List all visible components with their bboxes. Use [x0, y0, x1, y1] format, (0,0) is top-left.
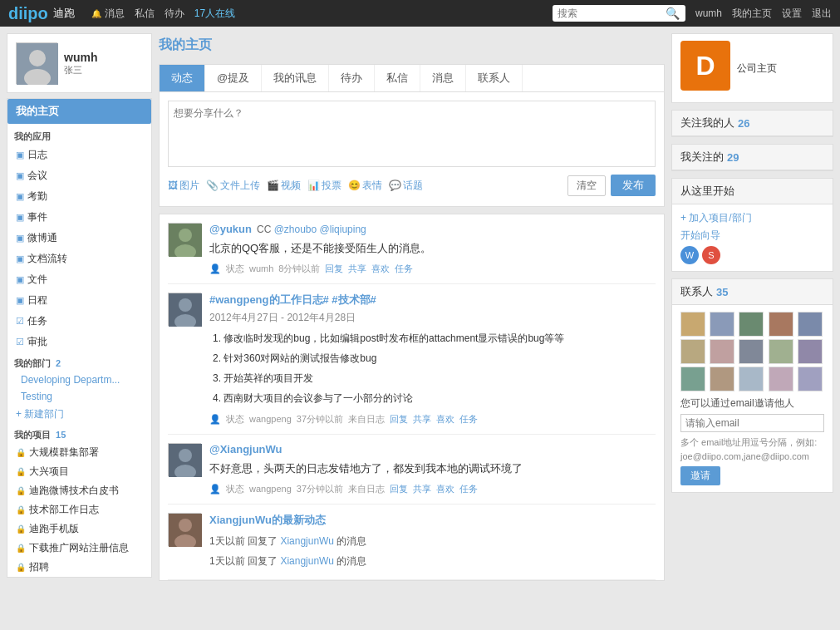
sidebar-item-approval[interactable]: ☑ 审批 — [7, 332, 151, 352]
feed-like-2[interactable]: 喜欢 — [436, 413, 454, 426]
tool-video[interactable]: 🎬 视频 — [267, 179, 301, 193]
sidebar-item-schedule[interactable]: ▣ 日程 — [7, 290, 151, 311]
dept-item-testing[interactable]: Testing — [7, 388, 151, 405]
feed-reply-1[interactable]: 回复 — [325, 263, 343, 275]
nav-settings[interactable]: 设置 — [782, 7, 802, 21]
activity-item-2: 1天以前 回复了 XiangjunWu 的消息 — [209, 551, 656, 571]
feed-daterange-2: 2012年4月27日 - 2012年4月28日 — [209, 311, 656, 325]
contacts-header[interactable]: 联系人 35 — [672, 279, 833, 305]
feed-task-2[interactable]: 任务 — [459, 413, 478, 426]
tab-privatemsg[interactable]: 私信 — [375, 65, 420, 91]
nav-online-count[interactable]: 17人在线 — [194, 7, 235, 21]
project-item-recruit[interactable]: 🔒 招聘 — [7, 558, 151, 577]
sidebar-item-meeting[interactable]: ▣ 会议 — [7, 165, 151, 186]
weibo-connect-icon[interactable]: W — [680, 246, 699, 264]
nav-username[interactable]: wumh — [695, 7, 722, 19]
project-item-download[interactable]: 🔒 下载推广网站注册信息 — [7, 539, 151, 558]
project-item-mobile[interactable]: 🔒 迪跑手机版 — [7, 519, 151, 539]
sidebar-item-event[interactable]: ▣ 事件 — [7, 207, 151, 228]
feed-like-3[interactable]: 喜欢 — [436, 483, 454, 495]
contact-avatar[interactable] — [680, 312, 705, 337]
list-item: 2. 针对360对网站的测试报告修改bug — [213, 348, 656, 368]
nav-my-homepage[interactable]: 我的主页 — [732, 7, 772, 21]
tool-vote[interactable]: 📊 投票 — [307, 179, 341, 193]
nav-todo[interactable]: 待办 — [165, 7, 184, 21]
start-guide-link[interactable]: 开始向导 — [680, 229, 720, 241]
add-dept-button[interactable]: + 新建部门 — [7, 405, 151, 424]
cc-user-1[interactable]: @zhoubo — [274, 224, 317, 235]
contact-avatar[interactable] — [739, 367, 764, 391]
project-item-whitepaper[interactable]: 🔒 迪跑微博技术白皮书 — [7, 481, 151, 500]
feed-reply-2[interactable]: 回复 — [390, 413, 408, 426]
followers-header[interactable]: 关注我的人 26 — [672, 111, 833, 136]
add-project-link[interactable]: + 加入项目/部门 — [680, 212, 752, 224]
sidebar-item-diary[interactable]: ▣ 日志 — [7, 145, 151, 165]
tab-mention[interactable]: @提及 — [205, 65, 262, 91]
tool-topic[interactable]: 💬 话题 — [389, 179, 423, 193]
activity-user-link-2[interactable]: XiangjunWu — [280, 555, 334, 567]
sidebar-item-file[interactable]: ▣ 文件 — [7, 269, 151, 290]
feed-reply-3[interactable]: 回复 — [390, 483, 408, 495]
contact-avatar[interactable] — [680, 367, 705, 391]
following-header[interactable]: 我关注的 29 — [672, 145, 833, 170]
feed-body-4: XiangjunWu的最新动态 1天以前 回复了 XiangjunWu 的消息 … — [209, 513, 656, 571]
clear-button[interactable]: 清空 — [567, 175, 606, 196]
feed-title-2[interactable]: #wangpeng的工作日志# #技术部# — [209, 293, 656, 308]
contact-avatar[interactable] — [739, 339, 764, 364]
contact-avatar[interactable] — [769, 367, 793, 391]
feed-task-1[interactable]: 任务 — [395, 263, 413, 275]
contact-avatar[interactable] — [769, 339, 793, 364]
feed-task-3[interactable]: 任务 — [459, 483, 478, 495]
contact-avatar[interactable] — [739, 312, 764, 337]
invite-button[interactable]: 邀请 — [680, 466, 720, 485]
feed-share-2[interactable]: 共享 — [413, 413, 431, 426]
sidebar-item-weibo[interactable]: ▣ 微博通 — [7, 228, 151, 249]
project-item-cluster[interactable]: 🔒 大规模群集部署 — [7, 443, 151, 462]
upload-icon: 📎 — [206, 180, 219, 191]
search-icon[interactable]: 🔍 — [666, 7, 680, 20]
search-box[interactable]: 🔍 — [553, 5, 685, 22]
tool-upload[interactable]: 📎 文件上传 — [206, 179, 260, 193]
nav-messages[interactable]: 消息 — [105, 7, 125, 21]
contact-avatar[interactable] — [680, 339, 705, 364]
feed-share-1[interactable]: 共享 — [348, 263, 366, 275]
publish-button[interactable]: 发布 — [611, 175, 656, 196]
sidebar-item-task[interactable]: ☑ 任务 — [7, 311, 151, 332]
tab-myinfo[interactable]: 我的讯息 — [262, 65, 329, 91]
contact-avatar[interactable] — [798, 339, 823, 364]
contact-avatar[interactable] — [710, 312, 734, 337]
feed-user-3[interactable]: @XiangjunWu — [209, 443, 282, 455]
project-item-daxing[interactable]: 🔒 大兴项目 — [7, 462, 151, 481]
company-logo[interactable]: D — [680, 41, 730, 91]
my-homepage-section[interactable]: 我的主页 — [7, 99, 151, 124]
tool-image[interactable]: 🖼 图片 — [168, 179, 199, 193]
search-input[interactable] — [558, 7, 666, 19]
project-item-techlog[interactable]: 🔒 技术部工作日志 — [7, 500, 151, 519]
contact-avatar[interactable] — [798, 312, 823, 337]
dept-item-developing[interactable]: Developing Departm... — [7, 372, 151, 388]
topic-icon: 💬 — [389, 180, 401, 191]
tab-contacts[interactable]: 联系人 — [466, 65, 523, 91]
sidebar-item-attendance[interactable]: ▣ 考勤 — [7, 186, 151, 207]
compose-textarea[interactable] — [168, 101, 656, 167]
sidebar-item-docflow[interactable]: ▣ 文档流转 — [7, 249, 151, 269]
nav-private-msg[interactable]: 私信 — [135, 7, 155, 21]
invite-email-input[interactable] — [680, 414, 824, 432]
contact-avatar[interactable] — [710, 367, 734, 391]
feed-like-1[interactable]: 喜欢 — [371, 263, 390, 275]
tool-emoji[interactable]: 😊 表情 — [348, 179, 382, 193]
tab-messages[interactable]: 消息 — [420, 65, 466, 91]
tab-activity[interactable]: 动态 — [160, 65, 205, 91]
nav-logout[interactable]: 退出 — [812, 7, 832, 21]
contact-avatar[interactable] — [769, 312, 793, 337]
sina-connect-icon[interactable]: S — [702, 246, 720, 264]
contact-avatar[interactable] — [798, 367, 823, 391]
feed-user-1[interactable]: @yukun — [209, 223, 252, 235]
activity-user-link-1[interactable]: XiangjunWu — [280, 535, 334, 547]
feed-share-3[interactable]: 共享 — [413, 483, 431, 495]
compose-toolbar: 🖼 图片 📎 文件上传 🎬 视频 📊 投票 😊 表情 — [168, 170, 656, 198]
tab-todo[interactable]: 待办 — [329, 65, 375, 91]
right-sidebar: D 公司主页 关注我的人 26 我关注的 29 从这里开始 — [671, 33, 833, 588]
cc-user-2[interactable]: @liqiuping — [320, 224, 366, 235]
contact-avatar[interactable] — [710, 339, 734, 364]
